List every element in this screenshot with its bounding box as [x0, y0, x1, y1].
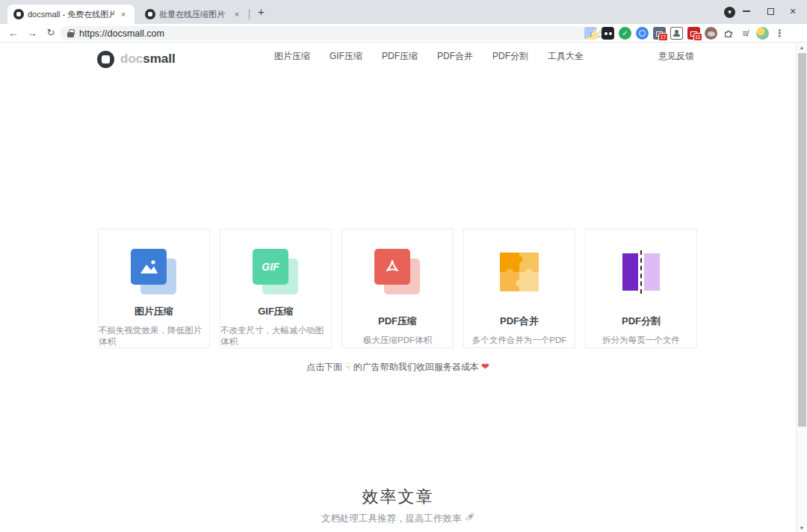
profile-avatar[interactable]: [756, 27, 769, 40]
calendar-extension-icon[interactable]: 17: [653, 27, 666, 40]
image-glyph: [139, 259, 158, 275]
download-extension-icon[interactable]: ↓: [584, 27, 597, 40]
logo-text-doc: doc: [120, 52, 143, 66]
puzzle-extensions-icon[interactable]: [722, 27, 735, 40]
card-subtitle: 不损失视觉效果，降低图片体积: [99, 325, 209, 347]
image-compress-icon: [131, 249, 177, 285]
card-title: PDF压缩: [378, 315, 417, 328]
pdf-compress-icon: [374, 249, 421, 295]
puzzle-glyph: [499, 252, 539, 292]
articles-section-title: 效率文章: [0, 486, 796, 508]
globe-extension-icon[interactable]: [636, 27, 649, 40]
url-text[interactable]: https://docsmall.com: [79, 28, 164, 39]
red-calendar-extension-icon[interactable]: 11: [687, 27, 700, 40]
ad-note-suffix: 的广告帮助我们收回服务器成本: [353, 362, 479, 372]
close-button[interactable]: ×: [780, 0, 806, 22]
scroll-down-icon[interactable]: ▼: [797, 525, 807, 531]
docsmall-favicon: [145, 9, 155, 19]
browser-menu-icon[interactable]: ⋮: [773, 27, 786, 40]
monkey-extension-icon[interactable]: [705, 27, 717, 40]
rocket-icon: [464, 513, 474, 525]
browser-titlebar: docsmall - 免费在线图片压缩… × 批量在线压缩图片，让你摆脱单… ×…: [0, 0, 807, 24]
extension-badge: 11: [693, 33, 702, 41]
card-image-compress[interactable]: 图片压缩 不损失视觉效果，降低图片体积: [98, 229, 210, 348]
card-title: 图片压缩: [134, 305, 173, 318]
forward-icon[interactable]: →: [25, 25, 40, 40]
card-title: GIF压缩: [258, 305, 294, 318]
feedback-link[interactable]: 意见反馈: [658, 50, 694, 63]
browser-toolbar: ← → ↻ https://docsmall.com ☆ ↓ ✓ 17 11 ≡…: [0, 24, 807, 43]
nav-item-pdf-split[interactable]: PDF分割: [492, 50, 528, 63]
address-bar[interactable]: https://docsmall.com: [60, 26, 589, 40]
docsmall-logo-icon: [97, 51, 114, 68]
extension-badge: 17: [658, 33, 668, 41]
docsmall-favicon: [13, 9, 24, 19]
contact-extension-icon[interactable]: [670, 27, 683, 40]
split-glyph: [622, 251, 660, 293]
card-subtitle: 不改变尺寸，大幅减小动图体积: [220, 325, 331, 347]
scrollbar-thumb[interactable]: [798, 53, 806, 427]
gif-compress-icon: GIF: [253, 249, 299, 285]
tab-separator: [249, 9, 250, 19]
card-subtitle: 拆分为每页一个文件: [602, 335, 680, 346]
green-check-extension-icon[interactable]: ✓: [619, 27, 631, 40]
domino-extension-icon[interactable]: [602, 27, 614, 40]
minimize-button[interactable]: [734, 0, 759, 22]
site-logo[interactable]: docsmall: [97, 48, 176, 70]
ad-note-prefix: 点击下面: [306, 362, 342, 372]
logo-text-small: small: [143, 52, 175, 66]
back-icon[interactable]: ←: [6, 25, 21, 40]
tab-title: 批量在线压缩图片，让你摆脱单…: [159, 9, 228, 20]
lock-icon[interactable]: [67, 29, 74, 37]
tool-cards: 图片压缩 不损失视觉效果，降低图片体积 GIF GIF压缩 不改变尺寸，大幅减小…: [98, 229, 697, 348]
extension-row: ↓ ✓ 17 11 ≡/ ⋮: [584, 26, 786, 40]
point-down-icon: ☟: [344, 361, 350, 372]
scroll-up-icon[interactable]: ▲: [797, 45, 807, 50]
nav-item-gif-compress[interactable]: GIF压缩: [330, 50, 362, 63]
browser-tab-inactive[interactable]: 批量在线压缩图片，让你摆脱单… ×: [139, 4, 248, 24]
articles-subtitle-text: 文档处理工具推荐，提高工作效率: [321, 513, 462, 524]
pdf-split-icon: [618, 249, 664, 295]
tab-close-icon[interactable]: ×: [232, 9, 242, 19]
page-scrollbar[interactable]: ▲ ▼: [796, 43, 807, 532]
acrobat-glyph: [383, 259, 401, 275]
nav-item-pdf-compress[interactable]: PDF压缩: [382, 50, 418, 63]
ad-support-note: 点击下面 ☟ 的广告帮助我们收回服务器成本 ❤: [0, 361, 796, 374]
card-pdf-split[interactable]: PDF分割 拆分为每页一个文件: [585, 229, 697, 348]
articles-section-subtitle: 文档处理工具推荐，提高工作效率: [0, 513, 796, 525]
nav-item-image-compress[interactable]: 图片压缩: [274, 50, 310, 63]
page-content: docsmall 图片压缩 GIF压缩 PDF压缩 PDF合并 PDF分割 工具…: [0, 43, 796, 532]
new-tab-button[interactable]: +: [255, 6, 268, 19]
nav-item-pdf-merge[interactable]: PDF合并: [437, 50, 473, 63]
maximize-button[interactable]: [758, 0, 783, 22]
reload-icon[interactable]: ↻: [43, 25, 58, 40]
pdf-merge-icon: [496, 249, 542, 295]
browser-tab-active[interactable]: docsmall - 免费在线图片压缩… ×: [7, 4, 134, 24]
main-nav: 图片压缩 GIF压缩 PDF压缩 PDF合并 PDF分割 工具大全: [274, 50, 584, 63]
heart-icon: ❤: [481, 361, 489, 372]
list-extension-icon[interactable]: ≡/: [739, 27, 752, 40]
nav-item-all-tools[interactable]: 工具大全: [548, 50, 584, 63]
gif-glyph: GIF: [262, 261, 279, 273]
card-pdf-compress[interactable]: PDF压缩 极大压缩PDF体积: [341, 229, 454, 348]
tab-close-icon[interactable]: ×: [118, 9, 129, 19]
card-subtitle: 极大压缩PDF体积: [363, 335, 432, 346]
card-subtitle: 多个文件合并为一个PDF: [472, 335, 567, 346]
card-gif-compress[interactable]: GIF GIF压缩 不改变尺寸，大幅减小动图体积: [220, 229, 332, 348]
card-title: PDF合并: [500, 315, 539, 328]
card-title: PDF分割: [622, 315, 661, 328]
card-pdf-merge[interactable]: PDF合并 多个文件合并为一个PDF: [463, 229, 575, 348]
tab-title: docsmall - 免费在线图片压缩…: [28, 9, 114, 20]
